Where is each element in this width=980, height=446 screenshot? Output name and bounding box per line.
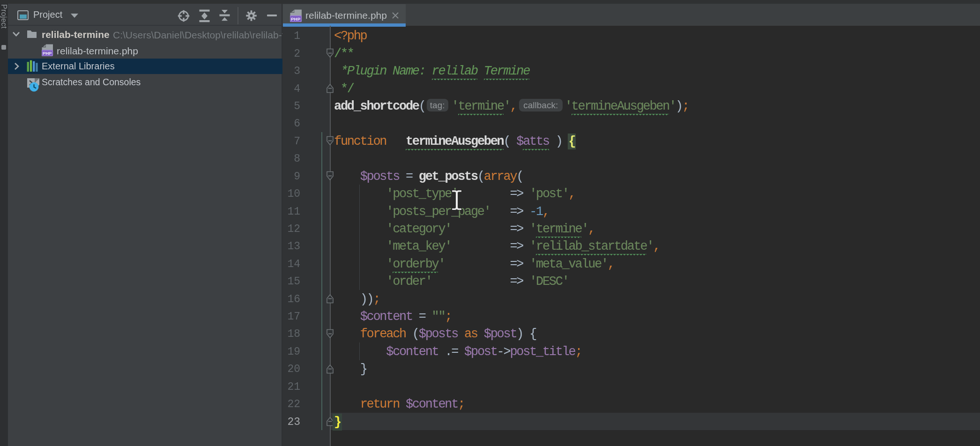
svg-text:PHP: PHP xyxy=(43,51,52,56)
svg-text:PHP: PHP xyxy=(291,16,301,22)
